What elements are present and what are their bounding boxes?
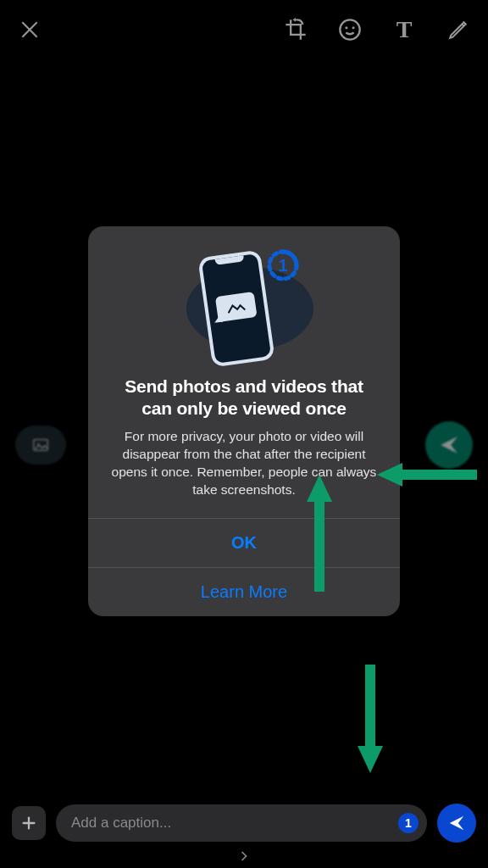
learn-more-button[interactable]: Learn More (88, 567, 400, 616)
view-once-badge-icon: 1 (263, 245, 303, 286)
svg-text:1: 1 (278, 256, 287, 275)
send-button[interactable] (437, 804, 476, 843)
image-bubble-icon (215, 292, 258, 322)
view-once-modal: 1 Send photos and videos that can only b… (88, 226, 400, 616)
add-media-button[interactable] (12, 806, 46, 840)
view-once-illustration: 1 (168, 248, 320, 367)
caption-placeholder: Add a caption... (71, 815, 398, 832)
modal-title: Send photos and videos that can only be … (108, 376, 380, 420)
modal-description: For more privacy, your photo or video wi… (108, 428, 380, 499)
caption-bar: Add a caption... 1 (0, 804, 488, 843)
send-icon (447, 814, 466, 832)
caption-input[interactable]: Add a caption... 1 (56, 804, 427, 842)
home-indicator-row (0, 848, 488, 865)
plus-icon (19, 814, 38, 832)
modal-body: 1 Send photos and videos that can only b… (88, 226, 400, 518)
modal-overlay: 1 Send photos and videos that can only b… (0, 0, 488, 868)
chevron-right-icon (236, 848, 252, 865)
ok-button[interactable]: OK (88, 518, 400, 567)
view-once-toggle[interactable]: 1 (398, 813, 419, 833)
